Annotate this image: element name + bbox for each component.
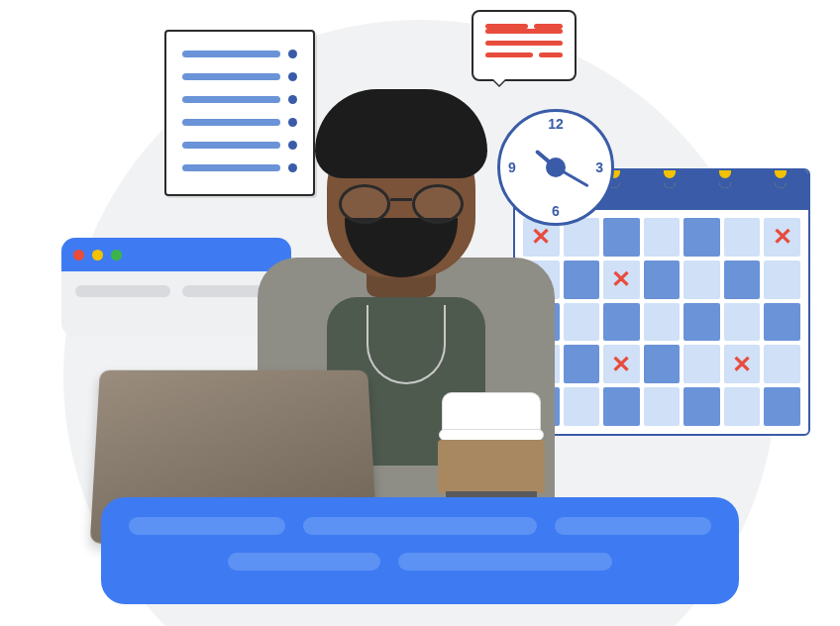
- x-mark-icon: ✕: [603, 261, 640, 299]
- calendar-cell: [603, 218, 640, 257]
- speech-line: [485, 29, 563, 34]
- person-necklace: [367, 305, 446, 384]
- banner-row: [129, 517, 711, 535]
- calendar-cell: [724, 218, 761, 257]
- calendar-ring: [664, 168, 676, 188]
- glasses-icon: [339, 184, 464, 224]
- calendar-cell: [603, 387, 640, 426]
- calendar-cell: [644, 387, 681, 426]
- speech-bubble-icon: [472, 10, 577, 81]
- calendar-cell: [764, 387, 800, 426]
- calendar-cell: [683, 387, 720, 426]
- calendar-cell: [683, 345, 720, 383]
- calendar-cell: ✕: [603, 345, 640, 383]
- clock-numeral-3: 3: [595, 159, 603, 175]
- calendar-cell: [764, 345, 800, 383]
- calendar-cell: ✕: [603, 261, 640, 299]
- banner-row: [129, 553, 711, 571]
- calendar-ring: [719, 168, 731, 188]
- calendar-cell: [644, 345, 681, 383]
- calendar-cell: [764, 303, 800, 342]
- calendar-cell: [644, 261, 681, 299]
- doc-line: [182, 72, 297, 81]
- calendar-cell: [644, 303, 681, 342]
- calendar-cell: [683, 303, 720, 342]
- calendar-ring: [775, 168, 787, 188]
- calendar-cell: [724, 303, 761, 342]
- calendar-cell: [724, 261, 761, 299]
- traffic-light-green: [111, 250, 122, 261]
- calendar-cell: [764, 261, 800, 299]
- speech-line: [485, 41, 563, 46]
- calendar-cell: [683, 218, 720, 257]
- calendar-cell: [603, 303, 640, 342]
- x-mark-icon: ✕: [724, 345, 761, 383]
- traffic-light-yellow: [92, 250, 103, 261]
- traffic-light-red: [73, 250, 84, 261]
- x-mark-icon: ✕: [603, 345, 640, 383]
- speech-line: [485, 24, 563, 29]
- person-hair: [315, 89, 487, 178]
- text-banner-icon: [101, 497, 739, 604]
- cup-sleeve: [438, 440, 545, 493]
- x-mark-icon: ✕: [764, 218, 800, 257]
- illustration-stage: ✕✕✕✕✕ 12 3 6 9: [0, 0, 840, 626]
- speech-line: [485, 52, 563, 57]
- calendar-cell: [644, 218, 681, 257]
- calendar-cell: ✕: [764, 218, 800, 257]
- calendar-cell: [724, 387, 761, 426]
- calendar-cell: ✕: [724, 345, 761, 383]
- calendar-cell: [683, 261, 720, 299]
- doc-line: [182, 50, 297, 58]
- cup-lid: [442, 392, 541, 436]
